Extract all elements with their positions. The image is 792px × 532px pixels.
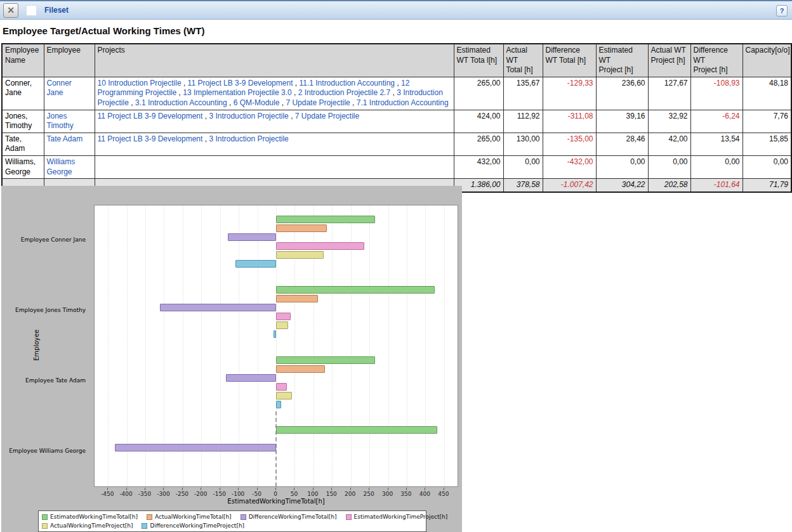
value-cell: 15,85	[742, 133, 791, 155]
value-cell: -129,33	[543, 77, 596, 110]
legend-label: ActualWorkingTimeTotal[h]	[155, 514, 232, 520]
table-header-row: Employee NameEmployeeProjectsEstimated W…	[2, 44, 791, 77]
project-link[interactable]: 6 QM-Module	[234, 98, 280, 107]
tick-mark	[425, 488, 425, 490]
titlebar: ✕ Fileset ?	[0, 0, 792, 20]
totals-value-cell: 202,58	[648, 179, 690, 192]
column-header: Estimated WT Tota l[h]	[454, 44, 503, 77]
tick-label: -200	[194, 491, 207, 497]
tick-mark	[126, 488, 127, 490]
tick-mark	[257, 488, 258, 490]
tick-label: -300	[157, 491, 169, 497]
legend-color-chip	[42, 523, 48, 529]
value-cell: 112,92	[503, 110, 543, 133]
legend-item: ActualWorkingTimeProject[h]	[42, 522, 133, 529]
close-button[interactable]: ✕	[3, 3, 18, 18]
value-cell: 48,18	[742, 77, 791, 110]
tick-mark	[388, 488, 388, 490]
column-header: Difference WT Project [h]	[690, 44, 742, 77]
employee-link-cell: Williams George	[44, 155, 95, 178]
value-cell: 265,00	[454, 133, 503, 155]
employee-name-cell: Williams, George	[2, 155, 44, 178]
legend-color-chip	[241, 514, 246, 520]
gridline	[425, 205, 426, 486]
projects-cell: 10 Introduction Projectile , 11 Project …	[95, 77, 454, 110]
value-cell: 135,67	[503, 77, 543, 110]
chart-legend: EstimatedWorkingTimeTotal[h]ActualWorkin…	[38, 510, 426, 532]
tick-label: -250	[176, 491, 188, 497]
gridline	[108, 205, 109, 486]
project-link[interactable]: 11 Project LB 3-9 Development	[98, 112, 203, 120]
page-title: Employee Target/Actual Working Times (WT…	[3, 25, 792, 36]
employee-name-cell: Tate, Adam	[2, 133, 44, 155]
legend-label: EstimatedWorkingTimeTotal[h]	[50, 514, 138, 520]
project-link[interactable]: 2 Introduction Projectile 2.7	[298, 88, 390, 97]
tick-mark	[220, 488, 220, 490]
tick-label: -400	[119, 491, 132, 497]
legend-item: DifferenceWorkingTimeProject[h]	[142, 522, 244, 529]
bar-actualworkingtimeproject-h-	[276, 251, 324, 259]
column-header: Actual WT Project [h]	[648, 44, 690, 77]
project-link[interactable]: 11 Project LB 3-9 Development	[188, 79, 293, 88]
tick-mark	[313, 488, 314, 490]
employee-link-cell: Conner Jane	[44, 77, 95, 110]
project-link[interactable]: 11 Project LB 3-9 Development	[98, 134, 203, 143]
project-link[interactable]: 7.1 Introduction Accounting	[357, 98, 449, 107]
help-button[interactable]: ?	[776, 5, 788, 16]
value-cell: 236,60	[596, 77, 648, 110]
tick-label: 350	[400, 491, 411, 497]
plot-area	[94, 205, 458, 487]
x-axis-ticks: -450-400-350-300-250-200-150-100-5005010…	[94, 488, 458, 498]
y-axis-title: Employee	[33, 329, 40, 361]
value-cell: 28,46	[596, 133, 648, 155]
projects-cell	[95, 155, 454, 178]
employee-link[interactable]: Williams George	[47, 157, 76, 176]
legend-label: EstimatedWorkingTimeProject[h]	[354, 514, 448, 520]
legend-item: EstimatedWorkingTimeProject[h]	[346, 514, 448, 520]
legend-row: EstimatedWorkingTimeTotal[h]ActualWorkin…	[42, 512, 423, 521]
project-link[interactable]: 7 Update Projectile	[295, 112, 359, 120]
document-icon	[26, 5, 37, 16]
bar-estimatedworkingtimetotal-h-	[276, 216, 375, 223]
totals-value-cell: 71,79	[742, 179, 791, 192]
employee-name-cell: Jones, Timothy	[2, 110, 44, 133]
bar-estimatedworkingtimetotal-h-	[276, 286, 435, 294]
legend-color-chip	[147, 514, 152, 520]
value-cell: 13,54	[690, 133, 742, 155]
totals-value-cell: -101,64	[690, 179, 742, 192]
tick-label: -450	[101, 491, 114, 497]
project-separator: ,	[202, 134, 209, 143]
bar-estimatedworkingtimetotal-h-	[276, 356, 375, 364]
close-icon: ✕	[7, 5, 15, 15]
bar-estimatedworkingtimeproject-h-	[276, 242, 364, 250]
tick-mark	[350, 488, 351, 490]
value-cell: 0,00	[648, 155, 690, 178]
legend-label: DifferenceWorkingTimeProject[h]	[150, 522, 244, 529]
employee-link[interactable]: Tate Adam	[47, 134, 83, 143]
value-cell: 39,16	[596, 110, 648, 133]
tick-mark	[238, 488, 239, 490]
table-row: Conner, JaneConner Jane10 Introduction P…	[2, 77, 791, 110]
project-link[interactable]: 11.1 Introduction Accounting	[299, 79, 395, 88]
value-cell: 0,00	[596, 155, 648, 178]
projects-cell: 11 Project LB 3-9 Development , 3 Introd…	[95, 110, 454, 133]
project-link[interactable]: 3 Introduction Projectile	[209, 112, 288, 120]
employee-link[interactable]: Conner Jane	[47, 79, 72, 98]
project-link[interactable]: 10 Introduction Projectile	[98, 79, 182, 88]
project-separator: ,	[202, 112, 209, 120]
project-link[interactable]: 3 Introduction Projectile	[209, 134, 288, 143]
project-link[interactable]: 13 Implementation Projectile 3.0	[183, 88, 291, 97]
x-axis-title: EstimatedWorkingTimeTotal[h]	[94, 498, 458, 505]
value-cell: -108,93	[690, 77, 742, 110]
tick-mark	[145, 488, 145, 490]
bar-estimatedworkingtimeproject-h-	[276, 383, 287, 391]
project-separator: ,	[293, 79, 299, 88]
table-row: Williams, GeorgeWilliams George 432,000,…	[2, 155, 791, 178]
project-link[interactable]: 7 Update Projectile	[286, 98, 350, 107]
project-link[interactable]: 3.1 Introduction Accounting	[135, 98, 227, 107]
totals-value-cell: 378,58	[503, 179, 543, 192]
column-header: Capacity[o/o]	[742, 44, 791, 77]
employee-link[interactable]: Jones Timothy	[47, 112, 74, 131]
value-cell: -311,08	[543, 110, 596, 133]
employee-link-cell: Tate Adam	[44, 133, 95, 155]
